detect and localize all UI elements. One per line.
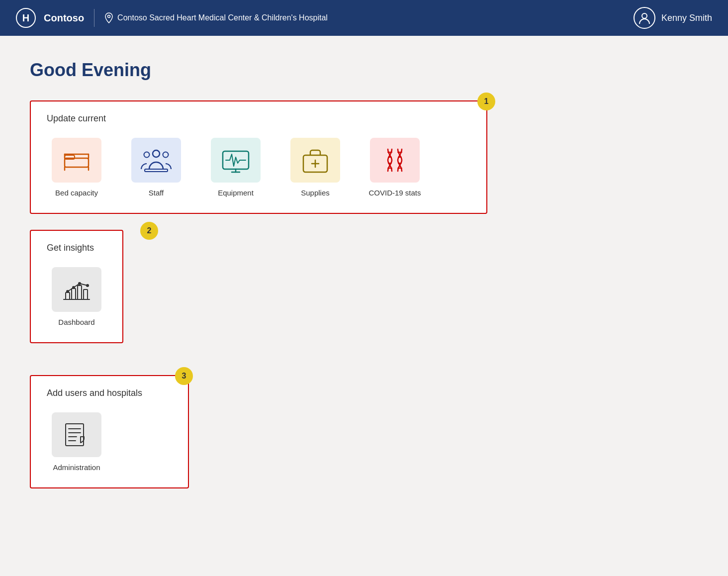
staff-icon-box <box>131 138 181 183</box>
username: Kenny Smith <box>661 13 712 23</box>
supplies-label: Supplies <box>301 189 330 197</box>
svg-rect-30 <box>84 289 88 299</box>
supplies-icon <box>301 147 329 173</box>
staff-icon <box>140 147 173 173</box>
svg-point-34 <box>86 284 89 287</box>
covid-stats-label: COVID-19 stats <box>368 189 421 197</box>
user-info: Kenny Smith <box>634 7 712 29</box>
bed-icon <box>62 147 91 173</box>
supplies-item[interactable]: Supplies <box>285 138 345 197</box>
main-content: Good Evening Update current 1 <box>0 36 728 576</box>
bed-capacity-item[interactable]: Bed capacity <box>47 138 106 197</box>
supplies-icon-box <box>290 138 340 183</box>
bed-capacity-label: Bed capacity <box>55 189 98 197</box>
svg-point-11 <box>163 152 169 158</box>
location-icon <box>104 12 113 23</box>
add-users-grid: Administration <box>47 412 172 472</box>
administration-icon <box>62 422 91 448</box>
update-current-grid: Bed capacity <box>47 138 470 197</box>
update-current-section: Update current 1 Bed capacity <box>30 100 487 214</box>
administration-item[interactable]: Administration <box>47 412 106 472</box>
staff-label: Staff <box>149 189 164 197</box>
section-2-title: Get insights <box>47 243 106 253</box>
svg-point-31 <box>66 290 69 293</box>
svg-point-10 <box>144 152 150 158</box>
svg-point-33 <box>78 282 81 285</box>
badge-3: 3 <box>175 367 193 385</box>
equipment-icon-box <box>211 138 261 183</box>
add-users-section: Add users and hospitals 3 <box>30 375 189 488</box>
get-insights-grid: Dashboard <box>47 267 106 326</box>
badge-1: 1 <box>477 93 495 110</box>
svg-point-9 <box>153 150 160 157</box>
app-name: Contoso <box>44 12 84 24</box>
dashboard-icon-box <box>52 267 101 312</box>
svg-rect-12 <box>145 169 168 172</box>
dashboard-icon <box>62 277 91 302</box>
header-divider <box>94 9 94 27</box>
covid-icon <box>380 147 410 173</box>
bed-capacity-icon-box <box>52 138 101 183</box>
svg-point-1 <box>642 13 647 18</box>
svg-rect-27 <box>66 292 70 299</box>
svg-point-32 <box>72 286 75 289</box>
equipment-item[interactable]: Equipment <box>206 138 266 197</box>
svg-rect-28 <box>72 288 76 299</box>
get-insights-section: Get insights 2 <box>30 230 123 343</box>
covid-icon-box <box>370 138 420 183</box>
badge-2: 2 <box>140 222 158 240</box>
administration-icon-box <box>52 412 101 457</box>
section-3-title: Add users and hospitals <box>47 388 172 398</box>
equipment-icon <box>221 147 251 173</box>
app-header: H Contoso Contoso Sacred Heart Medical C… <box>0 0 728 36</box>
header-location: Contoso Sacred Heart Medical Center & Ch… <box>104 12 634 23</box>
administration-label: Administration <box>53 463 100 472</box>
greeting: Good Evening <box>30 60 698 81</box>
equipment-label: Equipment <box>218 189 254 197</box>
dashboard-label: Dashboard <box>58 318 94 326</box>
section-1-title: Update current <box>47 113 470 124</box>
avatar <box>634 7 655 29</box>
user-icon <box>637 11 651 25</box>
app-logo: H <box>16 8 36 28</box>
svg-point-0 <box>108 15 110 18</box>
covid-stats-item[interactable]: COVID-19 stats <box>365 138 425 197</box>
svg-rect-29 <box>78 286 82 299</box>
dashboard-item[interactable]: Dashboard <box>47 267 106 326</box>
staff-item[interactable]: Staff <box>126 138 186 197</box>
